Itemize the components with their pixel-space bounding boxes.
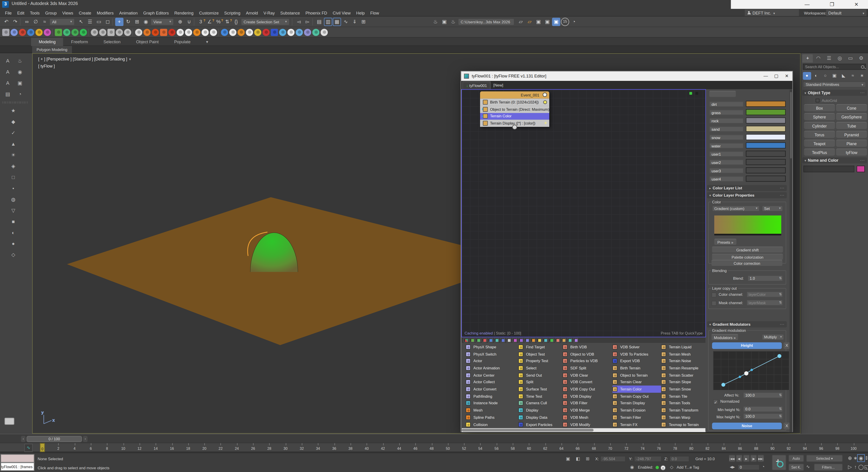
category-lights-icon[interactable]: ○ xyxy=(821,72,829,80)
create-cone-button[interactable]: Cone xyxy=(836,104,867,112)
user-account-menu[interactable]: DEFT Inc. ▾ xyxy=(745,9,799,16)
move-icon[interactable]: + xyxy=(115,18,124,26)
tyflow-title-bar[interactable]: tyFlow001 : [tyFlow FREE v1.131 Editor] … xyxy=(461,71,793,81)
rect-region-icon[interactable]: ▭ xyxy=(95,18,103,26)
curve-point[interactable] xyxy=(744,371,748,376)
left-toolbar-icon[interactable]: ■ xyxy=(9,217,18,226)
depot-item-terrain-resample[interactable]: Terrain Resample xyxy=(661,364,706,372)
depot-tab-14[interactable] xyxy=(549,338,554,343)
mini-curve-editor-icon[interactable]: ∿ xyxy=(25,444,33,452)
layer-manager-icon[interactable]: ▦ xyxy=(333,18,341,26)
depot-item-select[interactable]: Select xyxy=(518,364,567,372)
layer-name-user4[interactable]: user4 xyxy=(709,176,744,181)
tyflow-minimize-button[interactable]: — xyxy=(762,73,770,79)
left-toolbar-icon[interactable]: ▤ xyxy=(3,90,12,98)
maxscript-mini-listener-pink[interactable] xyxy=(0,454,34,463)
depot-tab-9[interactable] xyxy=(518,338,523,343)
panel-tab-create[interactable]: + xyxy=(802,54,813,63)
time-config-icon[interactable]: ◔ xyxy=(570,18,578,26)
folder-settings-icon[interactable]: ▱ xyxy=(517,18,525,26)
depot-item-camera-cull[interactable]: Camera Cull xyxy=(518,400,567,407)
create-textplus-button[interactable]: TextPlus xyxy=(804,148,835,156)
toolbar2-icon[interactable] xyxy=(10,29,18,36)
layer-row-dirt[interactable]: dirt xyxy=(709,101,786,107)
left-toolbar-icon[interactable]: ▽ xyxy=(9,206,18,215)
depot-tab-15[interactable] xyxy=(555,338,560,343)
left-toolbar-icon[interactable]: ◈ xyxy=(9,162,18,171)
layer-row-user3[interactable]: user3 xyxy=(709,167,786,174)
color-layer-list-rollout[interactable]: ▸Color Layer List▪▪▪ xyxy=(707,185,787,191)
depot-item-actor-collect[interactable]: Actor Collect xyxy=(466,379,515,386)
category-cameras-icon[interactable]: ▣ xyxy=(830,72,839,80)
layer-name-user3[interactable]: user3 xyxy=(709,168,744,173)
object-color-swatch[interactable] xyxy=(857,166,865,172)
blend-spinner[interactable]: 1.0 xyxy=(748,275,783,282)
toolbar2-icon[interactable] xyxy=(177,29,184,36)
depot-item-vdb-merge[interactable]: VDB Merge xyxy=(563,407,611,414)
curve-point[interactable] xyxy=(721,383,725,387)
cube-tag-icon[interactable]: ◇ xyxy=(670,465,673,470)
depot-item-vdb-solver[interactable]: VDB Solver xyxy=(612,343,661,350)
layer-row-sand[interactable]: sand xyxy=(709,126,786,132)
depot-tab-10[interactable] xyxy=(524,338,529,343)
category-shapes-icon[interactable]: ◐ xyxy=(812,72,820,80)
event-output-connector[interactable] xyxy=(512,125,517,130)
toolbar2-icon[interactable] xyxy=(254,29,261,36)
toolbar2-icon[interactable] xyxy=(193,29,200,36)
depot-item-terrain-tools[interactable]: Terrain Tools xyxy=(661,400,706,407)
rotate-icon[interactable]: ↻ xyxy=(124,18,132,26)
depot-item-terrain-erosion[interactable]: Terrain Erosion xyxy=(612,407,661,414)
modulators-button[interactable]: Modulators » xyxy=(712,334,738,340)
depot-item-actor-convert[interactable]: Actor Convert xyxy=(466,386,515,393)
bulb-icon[interactable] xyxy=(543,92,547,97)
render-view-icon[interactable]: ▣ xyxy=(552,18,560,26)
depot-tab-13[interactable] xyxy=(543,338,548,343)
create-tyflow-button[interactable]: tyFlow xyxy=(836,148,867,156)
render-production-icon[interactable]: ♨ xyxy=(449,18,457,26)
toolbar2-icon[interactable] xyxy=(19,29,26,36)
toolbar2-icon[interactable] xyxy=(27,29,34,36)
restore-button[interactable]: ❐ xyxy=(824,0,840,8)
enabled-count-badge[interactable]: 0 xyxy=(661,465,665,470)
left-toolbar-icon[interactable]: ● xyxy=(9,239,18,248)
menu-modifiers[interactable]: Modifiers xyxy=(94,10,116,15)
left-toolbar-icon[interactable]: ☀ xyxy=(9,151,18,159)
depot-tab-16[interactable] xyxy=(561,338,566,343)
toolbar2-icon[interactable] xyxy=(271,29,278,36)
left-toolbar-icon[interactable]: ✓ xyxy=(9,128,18,137)
depot-item-vdb-display[interactable]: VDB Display xyxy=(563,393,611,400)
track-bar[interactable]: ∿ 02468101214161820222426283032343638404… xyxy=(0,443,868,452)
curve-point[interactable] xyxy=(750,369,753,371)
depot-item-particles-to-vdb[interactable]: Particles to VDB xyxy=(563,357,611,364)
time-start-button[interactable]: |◀◀ xyxy=(729,455,735,462)
enabled-indicator[interactable] xyxy=(656,466,659,469)
edit-named-selections-icon[interactable]: {} xyxy=(232,18,241,26)
set-key-button[interactable]: Set K. xyxy=(788,464,804,471)
depot-item-surface-test[interactable]: Surface Test xyxy=(518,386,567,393)
toolbar2-icon[interactable] xyxy=(262,29,270,36)
create-plane-button[interactable]: Plane xyxy=(836,140,867,147)
selection-filter-select[interactable]: All xyxy=(49,18,75,26)
depot-item-texmap-to-terrain[interactable]: Texmap to Terrain xyxy=(661,421,706,427)
isolate-selection-icon[interactable]: ▣ xyxy=(566,456,570,461)
autogrid-checkbox[interactable]: AutoGrid xyxy=(816,98,837,103)
depot-item-terrain-tile[interactable]: Terrain Tile xyxy=(661,393,706,400)
polygon-modeling-panel[interactable]: Polygon Modeling xyxy=(32,46,72,53)
layer-name-dirt[interactable]: dirt xyxy=(709,101,744,107)
layer-row-user1[interactable]: user1 xyxy=(709,151,786,157)
depot-item-vdb-mesh[interactable]: VDB Mesh xyxy=(563,414,611,421)
time-next-button[interactable]: |▶ xyxy=(750,455,757,462)
menu-phoenix-fd[interactable]: Phoenix FD xyxy=(303,10,330,15)
panel-tab-hierarchy[interactable]: ☰ xyxy=(824,54,834,63)
left-toolbar-icon[interactable]: A xyxy=(3,67,12,76)
prev-frame-arrow[interactable]: ‹ xyxy=(21,436,26,442)
layer-swatch-dirt[interactable] xyxy=(746,101,785,107)
isolate-icon[interactable]: ◅ xyxy=(294,18,303,26)
noise-modulator-bar[interactable]: Noise xyxy=(712,423,782,429)
params-top-button[interactable] xyxy=(709,91,736,97)
depot-tab-8[interactable] xyxy=(512,338,517,343)
category-space-warps-icon[interactable]: ≈ xyxy=(849,72,857,80)
layer-swatch-user3[interactable] xyxy=(746,167,785,174)
depot-item-actor[interactable]: Actor xyxy=(466,357,515,364)
layer-row-snow[interactable]: snow xyxy=(709,134,786,140)
